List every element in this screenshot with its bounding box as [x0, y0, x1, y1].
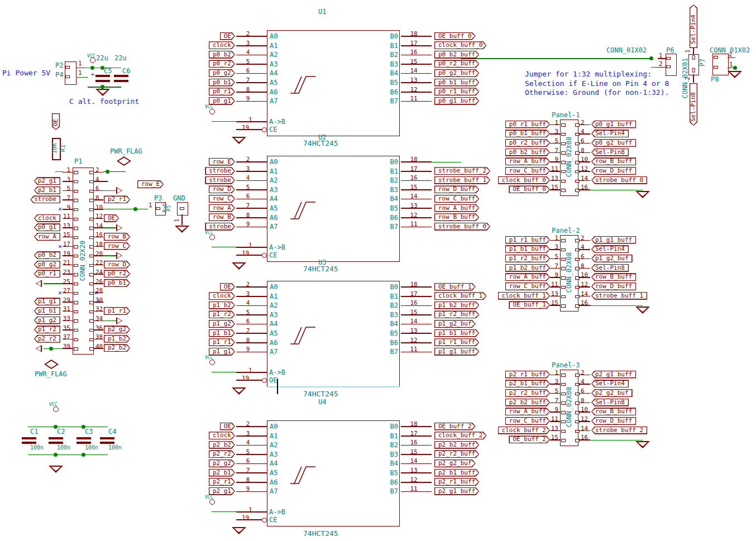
- net-label[interactable]: p2_g1: [209, 487, 235, 495]
- net-label[interactable]: p1_r1_buff: [434, 338, 479, 346]
- net-label[interactable]: p1_r2: [209, 310, 235, 318]
- net-label[interactable]: row_D: [104, 261, 130, 269]
- net-label[interactable]: row_D: [209, 185, 235, 193]
- net-label[interactable]: row_A_buff: [434, 204, 479, 212]
- net-label[interactable]: p1_b1: [209, 329, 235, 337]
- net-label[interactable]: Sel-Pin4: [591, 245, 629, 253]
- net-label[interactable]: row_B: [209, 213, 235, 221]
- net-label[interactable]: row_B_buff: [591, 157, 636, 165]
- net-label[interactable]: p2_r2: [209, 450, 235, 458]
- net-label[interactable]: p2_b1_buff: [505, 380, 550, 387]
- pwr-flag-icon[interactable]: [44, 360, 59, 369]
- net-label[interactable]: clock_buff_0: [498, 176, 550, 184]
- net-label[interactable]: p1_r2_buff: [505, 255, 550, 262]
- net-label[interactable]: p2_g2: [104, 325, 130, 333]
- net-label[interactable]: Sel-Pin4: [591, 380, 629, 387]
- net-label[interactable]: Sel-Pin8: [591, 149, 629, 156]
- net-label[interactable]: p0_b2: [209, 51, 235, 59]
- net-label[interactable]: p1_r1: [104, 307, 130, 315]
- net-label[interactable]: OE_buff_0: [509, 185, 550, 193]
- net-label[interactable]: Sel-Pin8: [591, 399, 629, 406]
- net-label[interactable]: p1_g2: [209, 320, 235, 328]
- net-label[interactable]: p2_r1: [104, 195, 130, 203]
- net-label[interactable]: p2_g1_buff: [434, 487, 479, 495]
- net-label[interactable]: p0_r2: [104, 270, 130, 277]
- net-label[interactable]: strobe: [205, 167, 235, 175]
- net-label[interactable]: clock_buff_2: [434, 432, 486, 439]
- net-label[interactable]: p2_g1_buff: [591, 371, 636, 379]
- net-label[interactable]: strobe_buff_0: [591, 176, 647, 184]
- net-label[interactable]: clock_buff_0: [434, 41, 486, 49]
- net-label[interactable]: row_B_buff: [434, 213, 479, 221]
- net-label[interactable]: row_B: [104, 233, 130, 241]
- net-label[interactable]: p2_b2_buff: [434, 441, 479, 449]
- net-label[interactable]: strobe: [205, 223, 235, 231]
- net-label[interactable]: p2_r1_buff: [434, 478, 479, 486]
- net-label[interactable]: p1_r1_buff: [505, 236, 550, 244]
- net-label[interactable]: row_D_buff: [591, 283, 636, 290]
- net-label[interactable]: p0_g1_buff: [591, 121, 636, 128]
- panel-3[interactable]: Panel-3 CONN_02X08 p2_r1_buff 1 2 p2_g1_…: [491, 362, 659, 457]
- net-label[interactable]: p1_g1_buff: [434, 348, 479, 356]
- net-label[interactable]: strobe_buff_0: [434, 223, 490, 231]
- net-label[interactable]: p0_b2: [34, 251, 60, 259]
- panel-1[interactable]: Panel-1 CONN_02X08 p0_r1_buff 1 2 p0_g1_…: [491, 112, 659, 207]
- net-label[interactable]: p2_r2: [34, 335, 60, 343]
- net-label[interactable]: row_A_buff: [505, 157, 550, 165]
- net-label[interactable]: strobe_buff_1: [591, 292, 647, 300]
- net-label[interactable]: p2_b2: [104, 344, 130, 352]
- net-label[interactable]: OE_buff_2: [509, 435, 550, 443]
- cap-plate[interactable]: [95, 80, 110, 82]
- net-label[interactable]: row_D_buff: [591, 167, 636, 175]
- pwr-flag-icon[interactable]: [117, 156, 131, 166]
- net-label[interactable]: p0_b2_buff: [434, 51, 479, 59]
- net-label[interactable]: p1_r2: [34, 325, 60, 333]
- net-label[interactable]: strobe: [30, 195, 60, 203]
- net-label[interactable]: row_C_buff: [434, 195, 479, 203]
- net-label[interactable]: strobe_buff_1: [434, 176, 490, 184]
- net-label[interactable]: strobe_buff_2: [591, 427, 647, 434]
- net-label[interactable]: row_A: [209, 204, 235, 212]
- net-label[interactable]: p1_b2_buff: [434, 301, 479, 309]
- net-label[interactable]: p0_g1: [34, 223, 60, 231]
- net-label[interactable]: p2_g2_buf: [591, 389, 633, 397]
- net-label[interactable]: p0_b2_buff: [505, 149, 550, 156]
- net-label-sel-pin4[interactable]: Sel-Pin4: [690, 4, 697, 48]
- net-label[interactable]: p2_r2_buff: [505, 389, 550, 397]
- net-label[interactable]: p0_b1: [209, 79, 235, 87]
- net-label[interactable]: p2_r2_buff: [434, 450, 479, 458]
- net-label[interactable]: p1_g2: [34, 317, 60, 324]
- net-label[interactable]: Sel-Pin4: [591, 130, 629, 137]
- net-label[interactable]: row_C_buff: [505, 283, 550, 290]
- net-label[interactable]: p1_b2: [104, 335, 130, 343]
- net-label[interactable]: p2_b1_buff: [434, 469, 479, 477]
- net-label[interactable]: OE_buff_1: [434, 283, 476, 291]
- net-label[interactable]: p1_g2_buf: [591, 255, 633, 262]
- net-label[interactable]: row_C_buff: [505, 167, 550, 175]
- net-label[interactable]: clock_buff_1: [498, 292, 550, 300]
- net-label[interactable]: row_A: [34, 233, 60, 241]
- net-label[interactable]: p0_g1_buff: [434, 97, 479, 105]
- net-label[interactable]: clock: [209, 432, 235, 439]
- net-label[interactable]: OE: [220, 32, 235, 40]
- net-label[interactable]: p1_r1: [209, 338, 235, 346]
- net-label[interactable]: p0_b1: [104, 279, 130, 287]
- net-label[interactable]: p0_r2_buff: [505, 139, 550, 147]
- net-label[interactable]: p0_r2: [209, 60, 235, 68]
- net-label[interactable]: p1_b1_buff: [434, 329, 479, 337]
- net-label[interactable]: row_A_buff: [505, 408, 550, 415]
- net-label[interactable]: p2_r1_buff: [505, 371, 550, 379]
- cap-plate[interactable]: [95, 75, 110, 77]
- net-label[interactable]: row_B_buff: [591, 408, 636, 415]
- net-label-sel-pin8[interactable]: Sel-Pin8: [690, 83, 697, 126]
- ic-u4[interactable]: U4 74HCT245 OE 2 A0 B0 18 OE_buff_2 cloc…: [204, 398, 427, 541]
- net-label[interactable]: clock: [34, 214, 60, 222]
- net-label[interactable]: strobe: [205, 176, 235, 184]
- p2p4-connector-symbol[interactable]: [65, 61, 76, 85]
- net-label[interactable]: row_C: [209, 195, 235, 203]
- net-label[interactable]: p1_b2_buff: [505, 264, 550, 272]
- net-label[interactable]: p0_b1_buff: [434, 79, 479, 87]
- net-label-oe-vertical[interactable]: OE: [52, 113, 60, 130]
- net-label[interactable]: clock_buff_2: [498, 427, 550, 434]
- net-label[interactable]: row_B_buff: [591, 273, 636, 281]
